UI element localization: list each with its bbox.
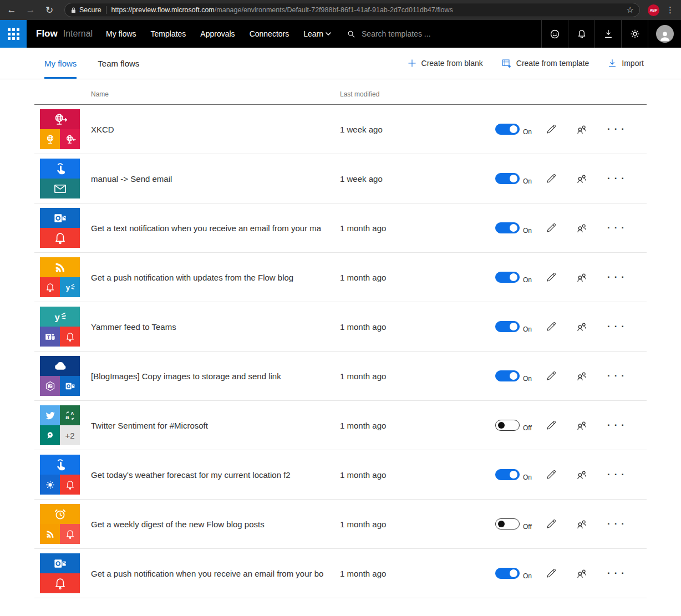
flow-enabled-toggle[interactable]: [495, 469, 520, 480]
alarm-clock-icon: [40, 504, 80, 524]
browser-menu-icon[interactable]: ⋮: [664, 5, 677, 15]
nav-learn[interactable]: Learn: [303, 29, 331, 38]
import-button[interactable]: Import: [608, 59, 644, 68]
edit-pencil-icon[interactable]: [545, 123, 557, 135]
browser-forward-icon[interactable]: →: [23, 4, 38, 16]
create-from-template-button[interactable]: Create from template: [502, 59, 589, 68]
edit-pencil-icon[interactable]: [545, 469, 557, 481]
nav-my-flows[interactable]: My flows: [106, 29, 136, 38]
flow-enabled-toggle[interactable]: [495, 568, 520, 579]
more-options-icon[interactable]: ···: [607, 518, 628, 530]
flow-enabled-toggle[interactable]: [495, 124, 520, 135]
more-options-icon[interactable]: ···: [607, 124, 628, 135]
settings-gear-icon[interactable]: [621, 20, 648, 48]
flow-enabled-toggle[interactable]: [495, 173, 520, 184]
share-people-icon[interactable]: [575, 123, 588, 136]
flow-enabled-toggle[interactable]: [495, 272, 520, 283]
edit-pencil-icon[interactable]: [545, 172, 557, 185]
flow-name[interactable]: Twitter Sentiment for #Microsoft: [91, 421, 340, 430]
more-options-icon[interactable]: ···: [607, 469, 628, 480]
flow-controls: Off ···: [495, 419, 628, 432]
tab-my-flows[interactable]: My flows: [44, 48, 77, 79]
flow-name[interactable]: Get a push notification with updates fro…: [91, 273, 340, 282]
flow-name[interactable]: Get a text notification when you receive…: [91, 223, 340, 233]
share-people-icon[interactable]: [575, 567, 588, 580]
flow-row[interactable]: Get today's weather forecast for my curr…: [34, 450, 647, 500]
flow-name[interactable]: Yammer feed to Teams: [91, 322, 340, 332]
more-options-icon[interactable]: ···: [607, 420, 628, 431]
share-people-icon[interactable]: [575, 172, 588, 185]
share-people-icon[interactable]: [575, 468, 588, 481]
address-bar[interactable]: Secure https://preview.flow.microsoft.co…: [64, 3, 640, 17]
more-options-icon[interactable]: ···: [607, 272, 628, 283]
environment-label[interactable]: Internal: [63, 29, 93, 39]
flow-enabled-toggle[interactable]: [495, 370, 520, 381]
browser-back-icon[interactable]: ←: [4, 4, 19, 16]
bell-icon: [60, 524, 80, 544]
flow-row[interactable]: XKCD 1 week ago On ···: [34, 105, 647, 154]
toggle-state-label: On: [523, 177, 537, 185]
edit-pencil-icon[interactable]: [545, 222, 557, 234]
template-search[interactable]: [347, 29, 445, 39]
more-options-icon[interactable]: ···: [607, 568, 628, 579]
toggle-state-label: On: [523, 474, 537, 481]
share-people-icon[interactable]: [575, 320, 588, 333]
flow-icon-tile: [40, 159, 80, 198]
flow-enabled-toggle[interactable]: [495, 222, 520, 233]
flow-name[interactable]: manual -> Send email: [91, 174, 340, 184]
nav-approvals[interactable]: Approvals: [200, 29, 235, 38]
app-launcher-waffle-icon[interactable]: [0, 20, 27, 48]
flow-controls: On ···: [495, 320, 628, 333]
share-people-icon[interactable]: [575, 517, 588, 531]
create-from-blank-button[interactable]: Create from blank: [408, 59, 483, 68]
more-options-icon[interactable]: ···: [607, 321, 628, 332]
toggle-knob: [510, 125, 517, 133]
download-icon[interactable]: [594, 20, 621, 48]
flow-row[interactable]: yT Yammer feed to Teams 1 month ago On ·…: [34, 302, 647, 352]
edit-pencil-icon[interactable]: [545, 567, 557, 579]
account-avatar[interactable]: [648, 20, 681, 48]
toggle-knob: [510, 323, 517, 330]
notifications-bell-icon[interactable]: [568, 20, 594, 48]
more-options-icon[interactable]: ···: [607, 370, 628, 381]
search-input[interactable]: [362, 29, 445, 38]
more-options-icon[interactable]: ···: [607, 222, 628, 233]
flow-last-modified: 1 month ago: [340, 322, 386, 332]
flow-name[interactable]: Get today's weather forecast for my curr…: [91, 470, 340, 480]
share-people-icon[interactable]: [575, 221, 588, 235]
flow-enabled-toggle[interactable]: [495, 518, 520, 530]
flow-row[interactable]: Get a weekly digest of the new Flow blog…: [34, 500, 647, 549]
flow-controls: On ···: [495, 221, 628, 235]
flow-enabled-toggle[interactable]: [495, 420, 520, 431]
edit-pencil-icon[interactable]: [545, 370, 557, 382]
flow-brand[interactable]: Flow: [36, 28, 58, 39]
edit-pencil-icon[interactable]: [545, 320, 557, 333]
share-people-icon[interactable]: [575, 369, 588, 383]
adblock-extension-badge[interactable]: ABP: [648, 4, 659, 16]
bookmark-star-icon[interactable]: ☆: [627, 5, 634, 15]
nav-templates[interactable]: Templates: [151, 29, 186, 38]
edit-pencil-icon[interactable]: [545, 419, 557, 431]
edit-pencil-icon[interactable]: [545, 518, 557, 530]
share-people-icon[interactable]: [575, 419, 588, 432]
feedback-smiley-icon[interactable]: [541, 20, 568, 48]
flow-row[interactable]: aA+2 Twitter Sentiment for #Microsoft 1 …: [34, 401, 647, 450]
flow-row[interactable]: manual -> Send email 1 week ago On ···: [34, 154, 647, 203]
browser-reload-icon[interactable]: ↻: [42, 4, 57, 16]
flow-name[interactable]: Get a weekly digest of the new Flow blog…: [91, 520, 340, 529]
flow-row[interactable]: Get a text notification when you receive…: [34, 203, 647, 253]
flow-last-modified: 1 month ago: [340, 421, 386, 430]
flow-name[interactable]: [BlogImages] Copy images to storage and …: [91, 371, 340, 381]
more-options-icon[interactable]: ···: [607, 173, 628, 184]
flow-name[interactable]: Get a push notification when you receive…: [91, 569, 340, 578]
flow-last-modified: 1 month ago: [340, 520, 386, 529]
flow-enabled-toggle[interactable]: [495, 321, 520, 332]
flow-name[interactable]: XKCD: [91, 125, 340, 134]
edit-pencil-icon[interactable]: [545, 271, 557, 283]
share-people-icon[interactable]: [575, 271, 588, 284]
flow-row[interactable]: y Get a push notification with updates f…: [34, 253, 647, 302]
nav-connectors[interactable]: Connectors: [250, 29, 289, 38]
flow-row[interactable]: Get a push notification when you receive…: [34, 549, 647, 598]
tab-team-flows[interactable]: Team flows: [98, 48, 139, 79]
flow-row[interactable]: [BlogImages] Copy images to storage and …: [34, 352, 647, 401]
